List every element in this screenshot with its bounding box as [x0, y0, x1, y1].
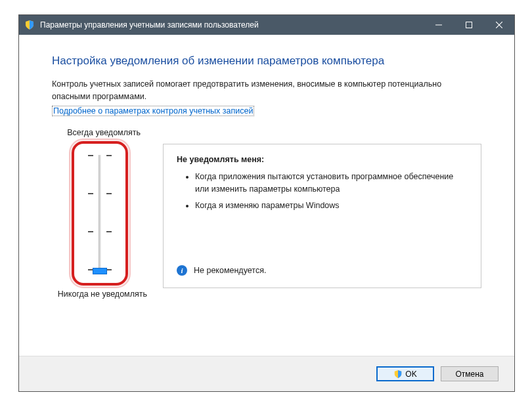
uac-slider[interactable] [83, 151, 116, 276]
cancel-button-label: Отмена [455, 370, 483, 379]
slider-section: Всегда уведомлять Нико [52, 128, 481, 299]
info-title: Не уведомлять меня: [177, 155, 468, 164]
info-list: Когда приложения пытаются установить про… [177, 171, 468, 217]
slider-rail [99, 155, 101, 272]
slider-tick [106, 269, 112, 270]
info-footer: i Не рекомендуется. [177, 265, 468, 278]
info-panel: Не уведомлять меня: Когда приложения пыт… [163, 144, 481, 288]
titlebar-title: Параметры управления учетными записями п… [40, 20, 424, 30]
slider-column: Всегда уведомлять Нико [52, 128, 147, 299]
info-icon: i [177, 265, 187, 276]
ok-button-label: OK [405, 370, 416, 379]
ok-button[interactable]: OK [376, 366, 434, 381]
svg-rect-1 [466, 22, 472, 28]
slider-tick [106, 193, 112, 194]
page-heading: Настройка уведомления об изменении парам… [52, 54, 481, 68]
info-warning-text: Не рекомендуется. [194, 266, 266, 275]
minimize-button[interactable] [424, 15, 454, 35]
titlebar-controls [424, 15, 514, 35]
uac-settings-dialog: Параметры управления учетными записями п… [18, 14, 515, 392]
cancel-button[interactable]: Отмена [441, 366, 499, 381]
slider-tick [88, 231, 93, 232]
shield-icon [24, 20, 35, 30]
learn-more-link[interactable]: Подробнее о параметрах контроля учетных … [52, 106, 254, 116]
slider-tick [106, 155, 112, 156]
content-area: Настройка уведомления об изменении парам… [19, 35, 514, 356]
close-button[interactable] [484, 15, 514, 35]
dialog-footer: OK Отмена [19, 356, 514, 391]
slider-thumb[interactable] [93, 268, 107, 274]
slider-label-never: Никогда не уведомлять [58, 289, 147, 299]
slider-highlight-frame [72, 141, 128, 286]
slider-tick [88, 193, 93, 194]
info-list-item: Когда приложения пытаются установить про… [195, 171, 468, 196]
maximize-button[interactable] [454, 15, 484, 35]
info-list-item: Когда я изменяю параметры Windows [195, 200, 468, 212]
slider-tick [106, 231, 112, 232]
page-description: Контроль учетных записей помогает предот… [52, 78, 481, 103]
titlebar[interactable]: Параметры управления учетными записями п… [19, 15, 514, 35]
slider-tick [88, 155, 93, 156]
shield-icon [393, 370, 403, 379]
slider-label-always: Всегда уведомлять [67, 128, 147, 137]
